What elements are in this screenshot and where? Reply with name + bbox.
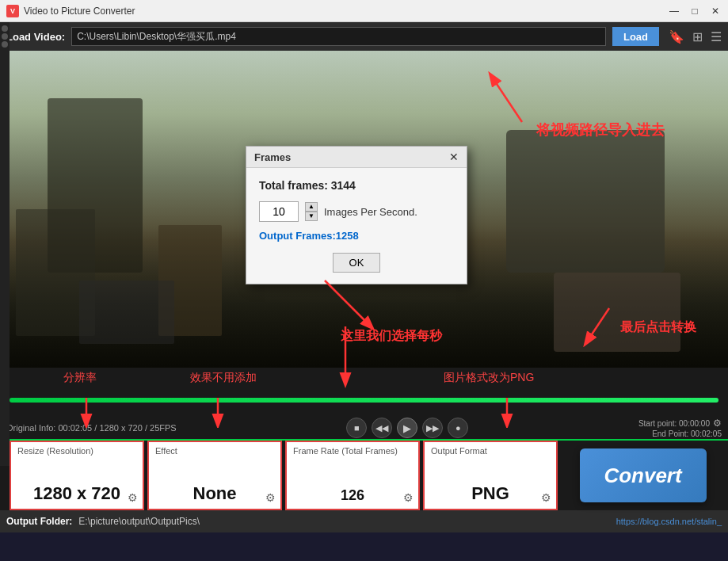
resize-panel[interactable]: Resize (Resolution) 1280 x 720 ⚙ <box>10 441 144 510</box>
list-icon[interactable]: ☰ <box>711 29 722 44</box>
ann-format: 图片格式改为PNG <box>444 371 534 385</box>
sidebar-strip <box>0 22 10 466</box>
app-icon: V <box>6 5 19 17</box>
framerate-gear-icon[interactable]: ⚙ <box>403 491 414 504</box>
start-point-label: Start point: 00:00:00 <box>638 419 710 428</box>
ann-resolution: 分辨率 <box>63 371 97 385</box>
dialog-footer: OK <box>259 253 454 273</box>
sidebar-dot-3 <box>2 41 8 48</box>
csdn-link[interactable]: https://blog.csdn.net/stalin_ <box>616 517 722 526</box>
format-value: PNG <box>431 483 550 504</box>
bookmark-icon[interactable]: 🔖 <box>669 29 684 44</box>
video-info: Original Info: 00:02:05 / 1280 x 720 / 2… <box>6 423 177 433</box>
next-frame-button[interactable]: ▶▶ <box>422 418 443 438</box>
app-title: Video to Picture Converter <box>24 6 135 17</box>
play-button[interactable]: ▶ <box>397 418 417 438</box>
spinner-buttons: ▲ ▼ <box>305 202 318 221</box>
maximize-button[interactable]: □ <box>685 4 704 18</box>
minimize-button[interactable]: — <box>665 4 684 18</box>
output-label: Output Folder: <box>6 516 72 527</box>
framerate-label: Frame Rate (Total Frames) <box>293 446 412 456</box>
load-bar: Load Video: Load 🔖 ⊞ ☰ <box>0 22 728 51</box>
start-gear-icon[interactable]: ⚙ <box>713 418 722 429</box>
load-label: Load Video: <box>6 31 65 43</box>
effect-panel[interactable]: Effect None ⚙ <box>147 441 282 510</box>
prev-frame-button[interactable]: ◀◀ <box>372 418 392 438</box>
close-button[interactable]: ✕ <box>706 4 725 18</box>
dialog-close-button[interactable]: ✕ <box>449 151 459 163</box>
dialog-title-bar: Frames ✕ <box>246 147 467 168</box>
progress-fill <box>10 398 718 403</box>
info-bar: Original Info: 00:02:05 / 1280 x 720 / 2… <box>0 417 728 439</box>
load-button[interactable]: Load <box>612 27 659 46</box>
stop-button[interactable]: ■ <box>346 418 367 438</box>
sidebar-dot-1 <box>2 25 8 32</box>
end-point-row: End Point: 00:02:05 <box>652 429 722 438</box>
end-point-label: End Point: 00:02:05 <box>652 429 722 438</box>
framerate-value: 126 <box>293 487 412 504</box>
output-frames-value: 1258 <box>336 230 359 242</box>
resize-value: 1280 x 720 <box>17 483 136 504</box>
ann-effect: 效果不用添加 <box>190 371 257 385</box>
fps-input[interactable] <box>259 201 299 222</box>
format-label: Output Format <box>431 446 550 456</box>
output-frames-label: Output Frames:1258 <box>259 230 454 242</box>
window-controls: — □ ✕ <box>665 4 725 18</box>
format-panel[interactable]: Output Format PNG ⚙ <box>423 441 558 510</box>
title-bar: V Video to Picture Converter — □ ✕ <box>0 0 728 22</box>
progress-track[interactable] <box>10 398 718 403</box>
grid-icon[interactable]: ⊞ <box>692 29 703 44</box>
file-path-input[interactable] <box>71 27 606 46</box>
output-bar: Output Folder: E:\picture\output\OutputP… <box>0 510 728 532</box>
video-area: 将视频路径导入进去 这里我们选择每秒 最后点击转换 Frames ✕ Total… <box>0 51 728 368</box>
annotation-bar: 分辨率 效果不用添加 图片格式改为PNG <box>0 368 728 391</box>
framerate-panel[interactable]: Frame Rate (Total Frames) 126 ⚙ <box>285 441 420 510</box>
fps-row: ▲ ▼ Images Per Second. <box>259 201 454 222</box>
load-icons: 🔖 ⊞ ☰ <box>669 29 722 44</box>
effect-value: None <box>155 483 274 504</box>
info-left: Original Info: 00:02:05 / 1280 x 720 / 2… <box>6 423 177 433</box>
playback-controls: ■ ◀◀ ▶ ▶▶ ● <box>346 418 468 438</box>
progress-bar-container[interactable] <box>0 391 728 417</box>
total-frames-label: Total frames: 3144 <box>259 179 454 192</box>
spinner-up[interactable]: ▲ <box>305 202 318 212</box>
dialog-body: Total frames: 3144 ▲ ▼ Images Per Second… <box>246 168 467 284</box>
sidebar-dot-2 <box>2 33 8 40</box>
format-gear-icon[interactable]: ⚙ <box>541 491 551 504</box>
snapshot-button[interactable]: ● <box>448 418 468 438</box>
resize-gear-icon[interactable]: ⚙ <box>128 491 138 504</box>
spinner-down[interactable]: ▼ <box>305 212 318 221</box>
dialog-title: Frames <box>254 151 291 163</box>
convert-button[interactable]: Convert <box>580 448 707 502</box>
effect-label: Effect <box>155 446 274 456</box>
resize-label: Resize (Resolution) <box>17 446 136 456</box>
convert-area: Convert <box>558 441 728 510</box>
output-left: Output Folder: E:\picture\output\OutputP… <box>6 516 200 527</box>
info-right: Start point: 00:00:00 ⚙ End Point: 00:02… <box>638 418 722 438</box>
frames-dialog: Frames ✕ Total frames: 3144 ▲ ▼ Images P… <box>246 146 467 284</box>
start-point-row: Start point: 00:00:00 ⚙ <box>638 418 722 429</box>
output-path: E:\picture\output\OutputPics\ <box>78 516 200 527</box>
ips-label: Images Per Second. <box>324 206 417 218</box>
bottom-panels: Resize (Resolution) 1280 x 720 ⚙ Effect … <box>0 439 728 510</box>
effect-gear-icon[interactable]: ⚙ <box>265 491 276 504</box>
ok-button[interactable]: OK <box>333 253 381 273</box>
